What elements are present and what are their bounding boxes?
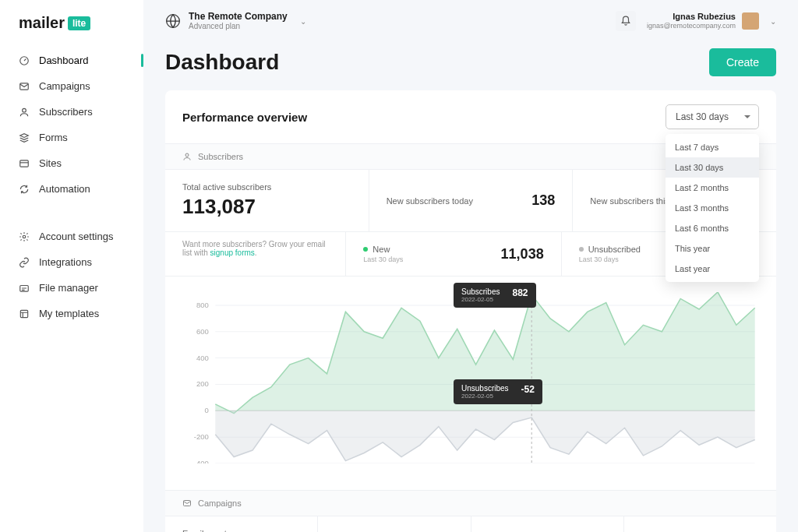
nav-label: Sites [39, 157, 62, 169]
avatar [742, 12, 759, 30]
nav-item-sites[interactable]: Sites [0, 150, 143, 176]
stat-ctor: CTOR ⓘ Last 30 days 33.86% [624, 516, 776, 532]
range-option[interactable]: Last 6 months [666, 218, 759, 238]
nav-label: Dashboard [39, 55, 89, 66]
nav-item-campaigns[interactable]: Campaigns [0, 73, 143, 99]
svg-text:600: 600 [196, 328, 209, 336]
total-active-value: 113,087 [182, 195, 351, 219]
svg-text:400: 400 [196, 354, 209, 362]
date-range-select[interactable]: Last 30 days [666, 104, 759, 129]
new-today-value: 138 [531, 192, 555, 209]
new-30days-value: 11,038 [501, 246, 544, 262]
range-option[interactable]: This year [666, 238, 759, 259]
range-option[interactable]: Last 3 months [666, 198, 759, 218]
nav-label: Automation [39, 183, 90, 195]
subscriber-chart: 8006004002000-200-400 Subscribes 2022-02… [165, 277, 776, 490]
range-option[interactable]: Last 30 days [666, 157, 759, 178]
range-option[interactable]: Last 7 days [666, 137, 759, 157]
signup-forms-link[interactable]: signup forms [210, 248, 255, 257]
campaigns-section-label: Campaigns [165, 490, 776, 516]
nav-item-account-settings[interactable]: Account settings [0, 224, 143, 249]
svg-rect-3 [20, 160, 29, 166]
nav-item-dashboard[interactable]: Dashboard [0, 48, 143, 73]
nav-label: Subscribers [39, 106, 93, 118]
chevron-down-icon: ⌄ [300, 17, 306, 26]
template-icon [19, 308, 30, 319]
stat-total-active: Total active subscribers 113,087 [165, 170, 369, 231]
brand-name: mailer [19, 14, 65, 32]
svg-text:-200: -200 [194, 434, 209, 442]
hint-text: Want more subscribers? Grow your email l… [165, 232, 345, 270]
company-plan: Advanced plan [189, 22, 288, 31]
sidebar: mailerlite DashboardCampaignsSubscribers… [0, 0, 143, 532]
folder-icon [19, 283, 30, 294]
company-name: The Remote Company [189, 11, 288, 22]
svg-text:200: 200 [196, 381, 209, 389]
nav-item-my-templates[interactable]: My templates [0, 301, 143, 326]
panel-title: Performance overview [182, 111, 307, 124]
stack-icon [19, 132, 30, 143]
refresh-icon [19, 184, 30, 195]
nav-label: Forms [39, 132, 68, 143]
page-title: Dashboard [165, 50, 279, 75]
create-button[interactable]: Create [709, 48, 776, 76]
tooltip-subscribes: Subscribes 2022-02-05 882 [454, 283, 536, 308]
brand-suffix: lite [68, 16, 90, 30]
speedometer-icon [19, 55, 30, 66]
card-icon [19, 158, 30, 169]
svg-text:-400: -400 [194, 460, 209, 464]
link-icon [19, 257, 30, 268]
range-option[interactable]: Last year [666, 259, 759, 279]
stat-emails-sent: Emails sent 7,869 [165, 516, 318, 532]
svg-text:0: 0 [205, 407, 209, 415]
tooltip-unsubscribes: Unsubscribes 2022-02-05 -52 [454, 379, 542, 404]
user-icon [182, 152, 192, 161]
mail-icon [182, 499, 192, 508]
nav-label: File manager [39, 282, 98, 294]
svg-point-8 [185, 153, 189, 157]
user-icon [19, 107, 30, 118]
nav-item-file-manager[interactable]: File manager [0, 275, 143, 301]
stat-opens: Opens Last 30 days 4,200 [318, 516, 471, 532]
notifications-button[interactable] [616, 11, 636, 31]
stat-new-30days: New Last 30 days 11,038 [346, 232, 561, 276]
user-email: ignas@remotecompany.com [647, 22, 736, 30]
mail-icon [19, 81, 30, 92]
svg-point-2 [23, 108, 26, 112]
nav-label: Integrations [39, 256, 92, 268]
performance-panel: Performance overview Last 30 days Last 7… [165, 90, 776, 532]
date-range-dropdown: Last 7 daysLast 30 daysLast 2 monthsLast… [666, 134, 759, 282]
nav-label: My templates [39, 308, 99, 319]
nav-item-forms[interactable]: Forms [0, 125, 143, 150]
company-selector[interactable]: The Remote Company Advanced plan ⌄ [165, 11, 306, 31]
svg-text:800: 800 [196, 302, 209, 310]
range-option[interactable]: Last 2 months [666, 178, 759, 198]
gear-icon [19, 231, 30, 242]
svg-rect-6 [20, 310, 27, 317]
main: The Remote Company Advanced plan ⌄ Ignas… [143, 0, 798, 532]
chevron-down-icon: ⌄ [770, 17, 776, 26]
topbar: The Remote Company Advanced plan ⌄ Ignas… [143, 0, 798, 37]
nav-item-integrations[interactable]: Integrations [0, 249, 143, 275]
nav-item-automation[interactable]: Automation [0, 176, 143, 202]
globe-icon [165, 13, 181, 29]
user-menu[interactable]: Ignas Rubezius ignas@remotecompany.com ⌄ [647, 12, 776, 30]
user-name: Ignas Rubezius [647, 12, 736, 22]
nav-label: Campaigns [39, 80, 90, 92]
stat-new-today: New subscribers today 138 [369, 170, 574, 231]
nav-label: Account settings [39, 231, 113, 242]
svg-point-4 [23, 235, 26, 238]
nav-item-subscribers[interactable]: Subscribers [0, 99, 143, 125]
logo: mailerlite [0, 14, 143, 48]
stat-clicks: Clicks Last 30 days 1,422 [471, 516, 624, 532]
